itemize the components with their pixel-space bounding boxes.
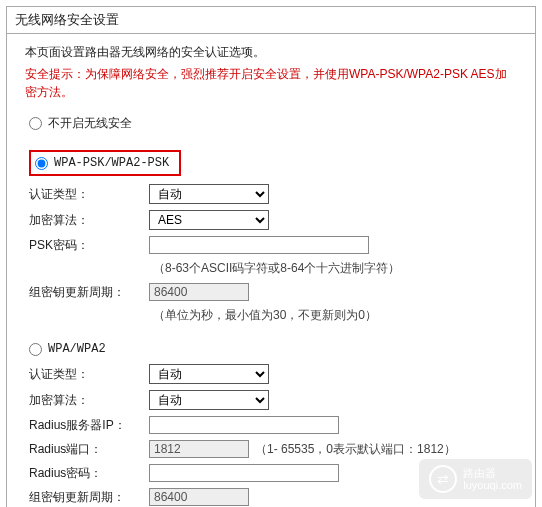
input-radius-port[interactable] (149, 440, 249, 458)
label-wpa-encrypt: 加密算法： (29, 392, 149, 409)
watermark-title: 路由器 (463, 467, 522, 479)
input-psk-interval[interactable] (149, 283, 249, 301)
router-icon: ⇄ (429, 465, 457, 493)
label-psk-password: PSK密码： (29, 237, 149, 254)
watermark-url: luyouqi.com (463, 479, 522, 491)
label-wpa-interval: 组密钥更新周期： (29, 489, 149, 506)
hint-psk-password: （8-63个ASCII码字符或8-64个十六进制字符） (153, 260, 517, 277)
section-disable: 不开启无线安全 (25, 115, 517, 132)
radio-wpa[interactable] (29, 343, 42, 356)
input-radius-pw[interactable] (149, 464, 339, 482)
select-psk-auth[interactable]: 自动 (149, 184, 269, 204)
wpa-psk-highlight: WPA-PSK/WPA2-PSK (29, 150, 181, 176)
radio-disable[interactable] (29, 117, 42, 130)
watermark-text: 路由器 luyouqi.com (463, 467, 522, 491)
label-psk-interval: 组密钥更新周期： (29, 284, 149, 301)
label-radius-pw: Radius密码： (29, 465, 149, 482)
watermark: ⇄ 路由器 luyouqi.com (419, 459, 532, 499)
security-warning: 安全提示：为保障网络安全，强烈推荐开启安全设置，并使用WPA-PSK/WPA2-… (25, 65, 517, 101)
row-wpa-auth: 认证类型： 自动 (29, 364, 517, 384)
row-psk-auth: 认证类型： 自动 (29, 184, 517, 204)
radio-row-wpa[interactable]: WPA/WPA2 (29, 342, 517, 356)
select-psk-encrypt[interactable]: AES (149, 210, 269, 230)
row-wpa-encrypt: 加密算法： 自动 (29, 390, 517, 410)
radio-disable-label: 不开启无线安全 (48, 115, 132, 132)
intro-text: 本页面设置路由器无线网络的安全认证选项。 (25, 44, 517, 61)
label-wpa-auth: 认证类型： (29, 366, 149, 383)
select-wpa-encrypt[interactable]: 自动 (149, 390, 269, 410)
input-wpa-interval[interactable] (149, 488, 249, 506)
input-radius-ip[interactable] (149, 416, 339, 434)
row-psk-password: PSK密码： (29, 236, 517, 254)
row-radius-port: Radius端口： （1- 65535，0表示默认端口：1812） (29, 440, 517, 458)
label-radius-ip: Radius服务器IP： (29, 417, 149, 434)
hint-radius-port: （1- 65535，0表示默认端口：1812） (255, 441, 456, 458)
input-psk-password[interactable] (149, 236, 369, 254)
radio-wpa-psk-label: WPA-PSK/WPA2-PSK (54, 156, 169, 170)
panel-body: 本页面设置路由器无线网络的安全认证选项。 安全提示：为保障网络安全，强烈推荐开启… (7, 34, 535, 507)
label-psk-encrypt: 加密算法： (29, 212, 149, 229)
panel-title: 无线网络安全设置 (7, 7, 535, 34)
label-psk-auth: 认证类型： (29, 186, 149, 203)
radio-wpa-psk[interactable] (35, 157, 48, 170)
section-wpa-psk: WPA-PSK/WPA2-PSK 认证类型： 自动 加密算法： AES PSK密… (25, 150, 517, 324)
radio-row-wpa-psk: WPA-PSK/WPA2-PSK (29, 150, 517, 176)
label-radius-port: Radius端口： (29, 441, 149, 458)
hint-psk-interval: （单位为秒，最小值为30，不更新则为0） (153, 307, 517, 324)
radio-row-disable[interactable]: 不开启无线安全 (29, 115, 517, 132)
settings-panel: 无线网络安全设置 本页面设置路由器无线网络的安全认证选项。 安全提示：为保障网络… (6, 6, 536, 507)
radio-wpa-label: WPA/WPA2 (48, 342, 106, 356)
row-psk-encrypt: 加密算法： AES (29, 210, 517, 230)
select-wpa-auth[interactable]: 自动 (149, 364, 269, 384)
row-radius-ip: Radius服务器IP： (29, 416, 517, 434)
row-psk-interval: 组密钥更新周期： (29, 283, 517, 301)
